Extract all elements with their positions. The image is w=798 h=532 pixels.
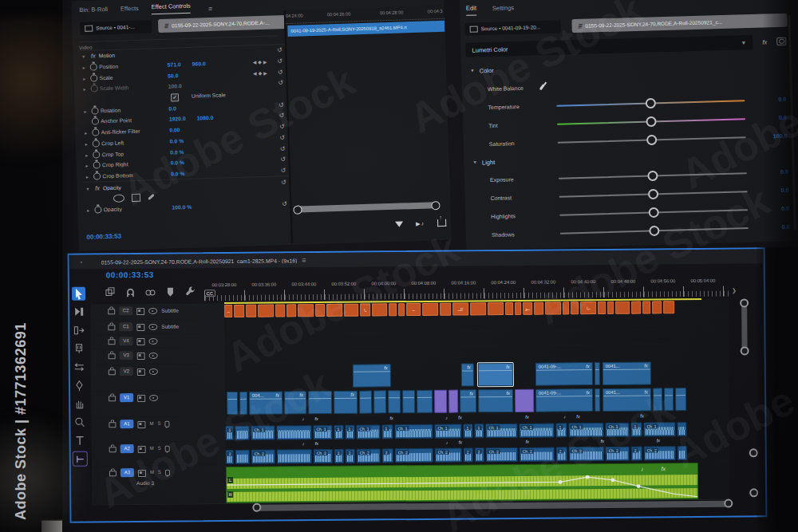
parameter-value[interactable]: 100.0 xyxy=(168,84,181,90)
audio-clip[interactable]: 1 xyxy=(381,424,393,439)
timeline-clip-button[interactable]: ≣ 0155-09-22-2025-SONY,24-70,RODE,A-... xyxy=(158,15,287,33)
tab-bin-b-roll[interactable]: Bin: B-Roll xyxy=(79,6,108,17)
reset-parameter-icon[interactable]: ↺ xyxy=(278,167,289,174)
stopwatch-icon[interactable] xyxy=(92,129,99,136)
source-clip-button[interactable]: Source • 0041-... xyxy=(80,20,152,35)
hand-tool[interactable] xyxy=(73,397,86,411)
slider-track-tint[interactable] xyxy=(557,118,745,125)
audio-clip[interactable]: 2 xyxy=(556,447,567,461)
audio-clip[interactable]: 2 xyxy=(464,447,473,462)
track-badge[interactable]: V3 xyxy=(120,351,133,360)
zoom-handle-right[interactable] xyxy=(431,201,440,210)
audio-scroll-handle-top[interactable] xyxy=(749,448,758,457)
vscroll-bottom-handle[interactable] xyxy=(741,346,749,355)
hscroll-right-handle[interactable] xyxy=(724,499,733,508)
audio-clip[interactable]: Ch. 2 xyxy=(606,447,630,461)
effect-controls-mini-timeline[interactable]: 04:24:0000:04:26:0000:04:28:0000:04:3 00… xyxy=(284,6,452,243)
video-clip[interactable] xyxy=(308,391,332,414)
audio-clip[interactable]: 1 xyxy=(555,423,567,437)
audio-clip[interactable]: 2 xyxy=(334,449,344,463)
mini-timeline-zoom-scrollbar[interactable] xyxy=(294,202,438,213)
volume-keyframe-line[interactable] xyxy=(227,463,698,503)
caption-clip[interactable] xyxy=(298,304,314,317)
razor-tool[interactable] xyxy=(73,342,86,356)
ripple-edit-tool[interactable] xyxy=(72,324,85,337)
twirl-down-icon[interactable]: ▾ xyxy=(79,53,88,59)
lock-icon[interactable] xyxy=(108,309,115,314)
audio-clip[interactable]: 2 xyxy=(475,447,484,462)
audio-clip[interactable]: Ch. 2 xyxy=(251,450,275,464)
vertical-type-tool[interactable] xyxy=(73,452,87,466)
audio-clip[interactable]: Ch. 2 xyxy=(569,447,604,461)
lock-icon[interactable] xyxy=(109,353,116,359)
parameter-value[interactable]: 1920.0 xyxy=(169,116,186,122)
mute-button[interactable]: M xyxy=(149,421,153,426)
stopwatch-icon[interactable] xyxy=(93,151,100,158)
slider-track-highlights[interactable] xyxy=(559,209,748,216)
track-badge[interactable]: V2 xyxy=(120,367,133,376)
audio-clip[interactable] xyxy=(235,426,249,440)
audio-clip[interactable]: Ch. 1 xyxy=(313,425,332,439)
source-patch-icon[interactable] xyxy=(137,353,145,360)
stopwatch-icon[interactable] xyxy=(91,107,98,114)
audio-clip[interactable]: Ch. 1 xyxy=(394,424,433,439)
audio-clip[interactable] xyxy=(678,446,687,460)
video-clip[interactable] xyxy=(595,388,600,412)
caption-clip[interactable] xyxy=(642,301,650,313)
slider-track-temperature[interactable] xyxy=(556,100,745,107)
solo-button[interactable]: S xyxy=(158,470,161,475)
track-header-v3[interactable]: V3 xyxy=(91,348,225,365)
playhead-timecode[interactable]: 00:00:33:53 xyxy=(106,270,154,280)
video-clip[interactable] xyxy=(448,390,458,413)
audio-clip[interactable]: Ch. 1 xyxy=(251,426,275,440)
track-header-c1[interactable]: C1Subtitle xyxy=(90,319,224,334)
track-visibility-icon[interactable] xyxy=(148,308,157,314)
audio-clip[interactable] xyxy=(276,425,311,439)
caption-clip[interactable] xyxy=(372,303,387,316)
tab-effect-controls[interactable]: Effect Controls xyxy=(152,2,191,15)
caption-clip[interactable]: ــ xyxy=(224,305,232,317)
track-visibility-icon[interactable] xyxy=(149,353,158,359)
solo-button[interactable]: S xyxy=(158,446,161,451)
parameter-value[interactable]: 1080.0 xyxy=(197,115,214,121)
stopwatch-icon[interactable] xyxy=(94,206,101,213)
timeline-settings-icon[interactable] xyxy=(184,286,196,301)
caption-clip[interactable] xyxy=(663,301,674,313)
source-patch-icon[interactable] xyxy=(136,324,144,331)
audio-clip[interactable]: 1 xyxy=(345,425,354,439)
audio-clip[interactable]: Ch. 1 xyxy=(356,424,380,439)
timeline-tab[interactable]: ▪ 0155-09-22-2025-SONY,24-70,RODE,A-Roll… xyxy=(69,249,764,270)
caption-clip[interactable] xyxy=(344,304,358,317)
video-clip[interactable]: 004...fx xyxy=(249,391,282,414)
slider-handle[interactable] xyxy=(649,207,659,217)
reset-parameter-icon[interactable]: ↺ xyxy=(275,79,286,86)
video-clip[interactable] xyxy=(227,392,238,415)
reset-parameter-icon[interactable]: ↺ xyxy=(275,69,286,76)
slider-value[interactable]: 0.0 xyxy=(748,205,789,213)
source-patch-icon[interactable] xyxy=(137,421,145,428)
twirl-right-icon[interactable]: ▸ xyxy=(80,75,89,81)
twirl-right-icon[interactable]: ▸ xyxy=(81,130,90,136)
audio-clip[interactable]: Ch. 1 xyxy=(519,424,554,438)
video-clip[interactable]: fx xyxy=(461,363,474,386)
hscroll-left-handle[interactable] xyxy=(252,503,261,512)
video-clip[interactable] xyxy=(417,390,433,413)
audio-clip[interactable]: Ch. 1 xyxy=(485,424,517,438)
audio-clip[interactable]: Ch. 2 xyxy=(357,448,381,463)
track-select-forward-tool[interactable] xyxy=(72,305,85,319)
slider-value[interactable]: 0.0 xyxy=(747,168,788,176)
parameter-value[interactable]: 0.0 % xyxy=(171,171,185,177)
vscroll-top-handle[interactable] xyxy=(740,298,749,307)
source-patch-icon[interactable] xyxy=(137,395,145,402)
video-clip[interactable] xyxy=(239,392,247,415)
track-badge[interactable]: C2 xyxy=(119,306,132,315)
video-clip[interactable] xyxy=(388,390,401,413)
slider-handle[interactable] xyxy=(646,116,656,126)
slider-handle[interactable] xyxy=(649,225,659,235)
play-audio-icon[interactable]: ▶♪ xyxy=(416,220,425,227)
eyedropper-icon[interactable] xyxy=(539,84,545,90)
voiceover-mic-icon[interactable] xyxy=(165,470,170,476)
keyframe-nav-icons[interactable]: ◀◆▶ xyxy=(247,58,275,65)
track-badge[interactable]: A2 xyxy=(120,444,134,453)
stopwatch-icon[interactable] xyxy=(91,85,98,93)
